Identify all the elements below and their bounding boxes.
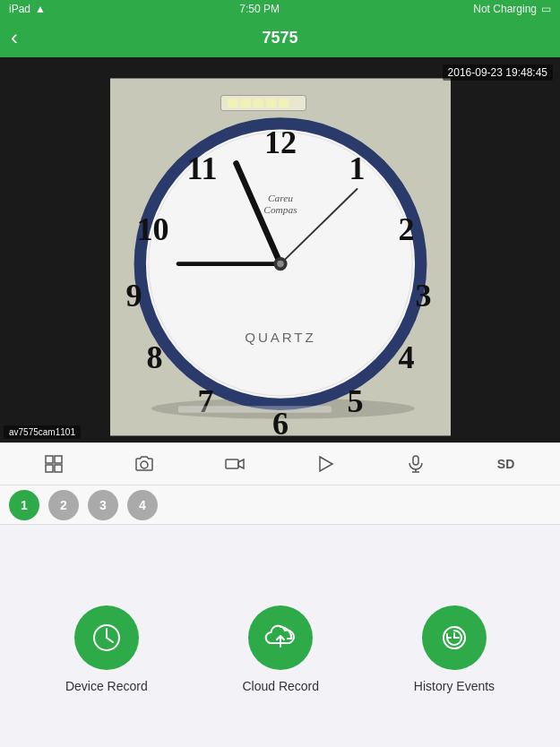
play-icon xyxy=(314,453,336,475)
svg-rect-6 xyxy=(279,99,289,107)
svg-text:QUARTZ: QUARTZ xyxy=(245,330,315,345)
record-icon xyxy=(224,453,246,475)
bottom-area: Device Record Cloud Record xyxy=(0,525,560,747)
svg-rect-33 xyxy=(55,456,62,463)
camera-feed: Careu Compas 12 1 2 3 4 5 6 7 8 9 10 xyxy=(0,57,560,442)
clock-icon xyxy=(90,622,123,654)
mic-button[interactable] xyxy=(396,444,435,484)
channel-tab-1[interactable]: 1 xyxy=(9,490,39,520)
history-events-button[interactable]: History Events xyxy=(414,605,495,693)
svg-text:11: 11 xyxy=(186,150,217,186)
status-bar: iPad ▲ 7:50 PM Not Charging ▭ xyxy=(0,0,560,18)
channel-tab-3[interactable]: 3 xyxy=(88,490,118,520)
channel-tab-2[interactable]: 2 xyxy=(48,490,79,520)
device-record-icon-circle xyxy=(74,605,139,670)
cloud-record-label: Cloud Record xyxy=(242,679,319,693)
svg-text:1: 1 xyxy=(349,150,365,186)
nav-title: 7575 xyxy=(262,18,297,57)
device-record-button[interactable]: Device Record xyxy=(65,605,148,693)
svg-text:Careu: Careu xyxy=(267,193,292,203)
device-label: iPad xyxy=(9,3,30,15)
svg-rect-39 xyxy=(413,456,418,465)
battery-label: Not Charging xyxy=(473,3,537,15)
cloud-record-icon-circle xyxy=(248,605,313,670)
svg-marker-38 xyxy=(320,457,332,471)
cloud-icon xyxy=(264,622,297,654)
layout-button[interactable] xyxy=(34,444,73,484)
svg-rect-2 xyxy=(228,99,237,107)
svg-rect-31 xyxy=(178,406,332,413)
play-button[interactable] xyxy=(306,444,345,484)
sd-label: SD xyxy=(497,457,514,471)
svg-rect-37 xyxy=(226,459,238,468)
cloud-record-button[interactable]: Cloud Record xyxy=(242,605,319,693)
mic-icon xyxy=(405,453,426,475)
action-buttons: Device Record Cloud Record xyxy=(0,605,560,693)
camera-info-overlay: av7575cam1101 xyxy=(4,425,81,439)
svg-rect-34 xyxy=(46,465,53,472)
svg-text:8: 8 xyxy=(146,339,162,375)
svg-text:7: 7 xyxy=(197,383,213,419)
layout-icon xyxy=(43,453,65,475)
device-record-label: Device Record xyxy=(65,679,148,693)
svg-text:12: 12 xyxy=(263,124,296,160)
screenshot-icon xyxy=(134,453,155,475)
status-left: iPad ▲ xyxy=(9,3,46,15)
svg-line-44 xyxy=(107,638,113,642)
svg-text:10: 10 xyxy=(136,211,168,247)
svg-text:4: 4 xyxy=(398,339,414,375)
svg-point-36 xyxy=(141,461,148,468)
record-button[interactable] xyxy=(215,444,254,484)
svg-text:3: 3 xyxy=(415,278,431,313)
svg-text:9: 9 xyxy=(125,278,142,313)
svg-text:5: 5 xyxy=(347,383,363,419)
toolbar: SD xyxy=(0,442,560,485)
svg-point-30 xyxy=(277,261,284,268)
sd-button[interactable]: SD xyxy=(487,444,526,484)
timestamp-overlay: 2016-09-23 19:48:45 xyxy=(443,64,553,81)
nav-bar: ‹ 7575 xyxy=(0,18,560,57)
svg-text:2: 2 xyxy=(398,211,414,247)
status-right: Not Charging ▭ xyxy=(473,3,551,15)
channel-tab-4[interactable]: 4 xyxy=(127,490,158,520)
screenshot-button[interactable] xyxy=(125,444,164,484)
history-icon xyxy=(438,622,470,654)
wifi-icon: ▲ xyxy=(35,3,46,15)
time-display: 7:50 PM xyxy=(239,3,280,15)
svg-text:Compas: Compas xyxy=(263,204,297,215)
svg-rect-4 xyxy=(253,99,263,107)
history-events-label: History Events xyxy=(414,679,495,693)
svg-rect-5 xyxy=(265,99,275,107)
battery-icon: ▭ xyxy=(541,3,551,15)
history-events-icon-circle xyxy=(422,605,487,670)
camera-info-text: av7575cam1101 xyxy=(9,427,75,437)
svg-rect-3 xyxy=(240,99,250,107)
channel-tabs: 1 2 3 4 xyxy=(0,485,560,525)
clock-display: Careu Compas 12 1 2 3 4 5 6 7 8 9 10 xyxy=(110,78,451,436)
svg-rect-35 xyxy=(55,465,62,472)
back-button[interactable]: ‹ xyxy=(11,25,18,50)
svg-rect-32 xyxy=(46,456,53,463)
